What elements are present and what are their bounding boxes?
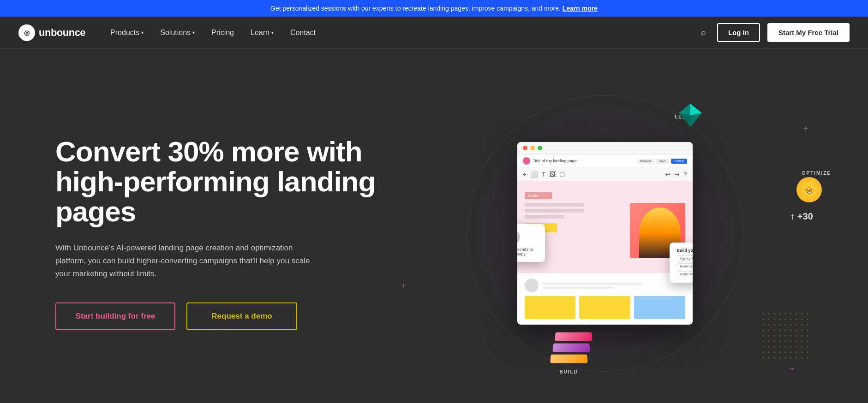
header-actions: ⌕ Log In Start My Free Trial <box>697 23 850 42</box>
mockup-topbar: Title of my landing page Preview Save Pu… <box>517 154 693 168</box>
layer-1 <box>555 332 592 341</box>
logo-icon: ◎ <box>18 24 35 41</box>
build-option-health: Health & Wellness <box>677 263 693 269</box>
announcement-bar: Get personalized sessions with our exper… <box>0 0 868 17</box>
mockup-text-1 <box>525 203 585 207</box>
nav-learn[interactable]: Learn ▾ <box>244 25 280 41</box>
mockup-tool-undo: ↩ <box>665 171 670 178</box>
mockup-card-img-3 <box>634 296 685 319</box>
plus-decoration-3: + <box>790 364 795 374</box>
svg-marker-4 <box>690 113 702 127</box>
mockup-tool-shape: ⬡ <box>559 171 565 178</box>
svg-rect-6 <box>762 313 808 359</box>
svg-marker-3 <box>679 113 690 127</box>
mockup-info-1 <box>542 283 642 285</box>
mockup-preview-btn: Preview <box>637 159 654 164</box>
mockup-card-3 <box>634 296 685 319</box>
mockup-tool-text: T <box>542 171 546 178</box>
mockup-text-2 <box>525 209 585 213</box>
plus30-badge: ↑ +30 <box>790 211 813 222</box>
mockup-card-img-2 <box>579 296 630 319</box>
mockup-info-2 <box>542 286 614 289</box>
mockup-bottom-content <box>517 273 693 325</box>
mockup-tool-image: 🖼 <box>549 171 556 178</box>
mockup-text-3 <box>525 215 564 219</box>
mockup-tool-add: + <box>523 171 527 178</box>
chevron-down-icon: ▾ <box>271 30 274 35</box>
hero-title: Convert 30% more with high-performing la… <box>55 136 378 226</box>
layer-3 <box>550 354 587 363</box>
build-page-card: Build your perfect page Agency & Consult… <box>670 243 693 283</box>
mockup-card-2 <box>579 296 630 319</box>
copy-card-text: Give us 10 seconds to generate copy <box>517 247 533 256</box>
search-button[interactable]: ⌕ <box>697 24 710 41</box>
hero-buttons: Start building for free Request a demo <box>55 302 378 330</box>
announcement-link[interactable]: Learn more <box>563 5 598 12</box>
mockup-tool-select: ⬜ <box>530 171 538 178</box>
mockup-editor-toolbar: + ⬜ T 🖼 ⬡ ↩ ↪ ? <box>517 168 693 181</box>
build-option-agency: Agency & Consulting <box>677 255 693 261</box>
hero-section: Convert 30% more with high-performing la… <box>0 49 868 403</box>
main-nav: Products ▾ Solutions ▾ Pricing Learn ▾ C… <box>104 25 697 41</box>
landing-page-mockup: Title of my landing page Preview Save Pu… <box>517 142 693 325</box>
logo-text: unbounce <box>39 27 85 39</box>
trial-button[interactable]: Start My Free Trial <box>767 23 850 42</box>
nav-solutions[interactable]: Solutions ▾ <box>154 25 201 41</box>
window-dot-green <box>538 146 542 150</box>
start-free-button[interactable]: Start building for free <box>55 302 175 330</box>
yellow-circle-decoration: 😸 <box>796 177 822 202</box>
optimize-label: OPTIMIZE <box>802 171 831 176</box>
hero-visual: LEARN OPTIMIZE BUILD 😸 ↑ +30 + + + <box>378 77 831 390</box>
nav-contact[interactable]: Contact <box>284 25 322 41</box>
mockup-actions: Preview Save Publish <box>637 159 687 164</box>
hero-content: Convert 30% more with high-performing la… <box>55 136 378 330</box>
header: ◎ unbounce Products ▾ Solutions ▾ Pricin… <box>0 17 868 49</box>
nav-pricing[interactable]: Pricing <box>205 25 240 41</box>
search-icon: ⌕ <box>701 28 706 37</box>
build-card-title: Build your perfect page <box>677 248 693 253</box>
nav-products[interactable]: Products ▾ <box>104 25 150 41</box>
mockup-card-1 <box>525 296 576 319</box>
dot-grid-decoration <box>762 313 808 359</box>
diamond-icon <box>676 101 704 129</box>
chevron-down-icon: ▾ <box>141 30 144 35</box>
logo[interactable]: ◎ unbounce <box>18 24 85 41</box>
copy-generation-card: Give us 10 seconds to generate copy <box>517 224 545 262</box>
mockup-tool-redo: ↪ <box>674 171 680 178</box>
3d-layers <box>551 332 592 365</box>
window-dot-yellow <box>530 146 535 150</box>
plus-decoration-1: + <box>803 124 808 134</box>
layer-2 <box>552 343 590 352</box>
mockup-logo <box>523 157 530 165</box>
mockup-publish-btn: Publish <box>671 159 687 164</box>
request-demo-button[interactable]: Request a demo <box>186 302 297 330</box>
window-dot-red <box>523 146 527 150</box>
mockup-tool-help: ? <box>683 171 687 178</box>
hero-description: With Unbounce's AI-powered landing page … <box>55 242 323 280</box>
plus-decoration-2: + <box>401 280 407 291</box>
chevron-down-icon: ▾ <box>192 30 195 35</box>
mockup-page-title: Title of my landing page <box>533 159 577 163</box>
mockup-avatar <box>525 279 539 292</box>
mockup-toolbar <box>517 142 693 154</box>
mockup-header-label: Header <box>525 192 552 199</box>
build-options: Agency & Consulting Health & Wellness eC… <box>677 255 693 277</box>
build-label: BUILD <box>559 369 578 374</box>
login-button[interactable]: Log In <box>717 23 760 42</box>
mockup-cards <box>525 296 685 319</box>
build-option-home: Home Improvement <box>677 271 693 277</box>
mockup-card-img-1 <box>525 296 576 319</box>
announcement-text: Get personalized sessions with our exper… <box>270 5 561 12</box>
copy-card-icon <box>517 230 520 244</box>
mockup-save-btn: Save <box>656 159 669 164</box>
